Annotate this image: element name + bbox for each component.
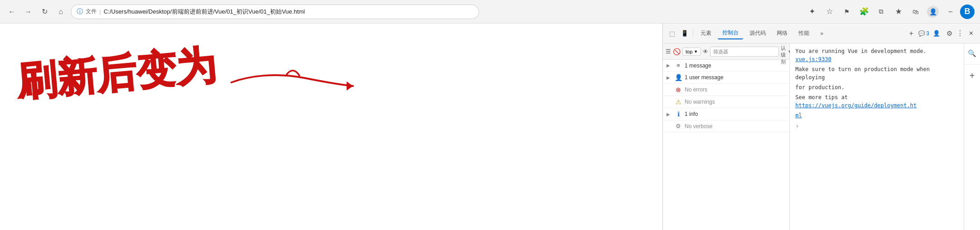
devtools-body: ☰ 🚫 top ▼ 👁 默认级别 ▼ 💬 3 ⚙ [663,43,980,230]
list-item[interactable]: ⚙ No verbose [663,120,789,132]
reload-button[interactable]: ↻ [38,5,51,18]
info-text: 1 info [685,111,698,117]
split-button[interactable]: ⧉ [874,5,888,19]
list-item[interactable]: ⊗ No errors [663,84,789,96]
no-warnings-icon: ⚠ [675,98,682,105]
console-messages-list: ▶ ≡ 1 message ▶ 👤 1 user message ⊗ No er… [663,60,789,230]
no-verbose-text: No verbose [685,123,712,129]
log-expand-arrow[interactable]: › [795,122,958,129]
tab-console[interactable]: 控制台 [718,27,743,39]
tab-sources[interactable]: 源代码 [745,28,770,39]
expand-arrow: ▶ [666,112,672,117]
log-line-5: ml [795,111,958,120]
extensions-button[interactable]: 🧩 [857,5,871,19]
side-divider [964,64,980,65]
devtools-inspect-button[interactable]: ⬚ [666,28,677,39]
console-eye-button[interactable]: 👁 [703,46,708,57]
level-dropdown-arrow: ▼ [694,49,698,54]
log-text-4: See more tips at [795,94,848,101]
log-link-1[interactable]: vue.js:9330 [795,56,831,62]
info-icon: ℹ [675,110,682,118]
no-warnings-text: No warnings [685,99,715,105]
log-text-3: for production. [795,84,844,91]
message-text: 1 user message [685,74,723,81]
devtools-panel: ⬚ 📱 元素 控制台 源代码 网络 性能 » + 💬 3 👤 ⚙ ⋮ ✕ [662,24,980,230]
address-bar[interactable]: ⓘ 文件 | C:/Users/huawei/Desktop/前端前进前前进/V… [71,5,479,19]
list-item[interactable]: ▶ ℹ 1 info [663,108,789,120]
shopping-button[interactable]: 🛍 [908,5,923,19]
browser-chrome: ← → ↻ ⌂ ⓘ 文件 | C:/Users/huawei/Desktop/前… [0,0,980,24]
devtools-user-button[interactable]: 👤 [931,28,942,39]
more-button[interactable]: ··· [943,5,957,19]
browser-star-button[interactable]: ★ [891,5,906,19]
edge-logo: B [960,5,975,19]
devtools-tabs-bar: ⬚ 📱 元素 控制台 源代码 网络 性能 » + 💬 3 👤 ⚙ ⋮ ✕ [663,24,980,43]
tab-network[interactable]: 网络 [772,28,792,39]
verbose-icon: ⚙ [675,123,682,129]
side-search-button[interactable]: 🔍 [966,47,979,60]
devtools-more-icon[interactable]: ⋮ [956,29,964,38]
console-level-dropdown[interactable]: top ▼ [682,48,701,56]
console-left-panel: ☰ 🚫 top ▼ 👁 默认级别 ▼ 💬 3 ⚙ [663,43,790,230]
list-item[interactable]: ▶ 👤 1 user message [663,72,789,84]
main-area: 刷新后变为 ⬚ 📱 元素 控制台 源代码 网络 性能 » [0,24,980,230]
list-item[interactable]: ⚠ No warnings [663,96,789,108]
message-list-icon: ≡ [675,62,682,69]
console-filter-input[interactable] [710,47,779,57]
address-info-icon: ⓘ [77,8,83,16]
handwritten-svg: 刷新后变为 [14,33,358,205]
add-tab-button[interactable]: + [906,28,916,39]
side-add-button[interactable]: + [966,69,979,82]
copilot-button[interactable]: ✦ [805,5,819,19]
list-item[interactable]: ▶ ≡ 1 message [663,60,789,72]
forward-button[interactable]: → [22,5,34,18]
devtools-sep1 [693,29,693,38]
devtools-settings-button[interactable]: ⚙ [944,28,955,39]
devtools-close-button[interactable]: ✕ [965,28,976,39]
svg-text:刷新后变为: 刷新后变为 [14,43,218,105]
browser-toolbar-right: ✦ ☆ ⚑ 🧩 ⧉ ★ 🛍 👤 ··· B [805,5,975,19]
log-line-2: Make sure to turn on production mode whe… [795,65,958,81]
address-sep: 文件 [86,8,97,15]
no-errors-icon: ⊗ [675,86,682,93]
favorites-button[interactable]: ☆ [822,5,837,19]
console-filter-bar: ☰ 🚫 top ▼ 👁 默认级别 ▼ 💬 3 ⚙ [663,43,789,60]
tab-more[interactable]: » [816,29,828,38]
console-clear-button[interactable]: 🚫 [673,46,681,57]
log-link-2[interactable]: https://vuejs.org/guide/deployment.ht [795,102,916,109]
level-label: top [686,49,692,54]
address-pipe: | [99,8,101,15]
log-link-2b[interactable]: ml [795,112,802,119]
devtools-device-button[interactable]: 📱 [679,28,690,39]
log-line-3: for production. [795,83,958,91]
svg-marker-1 [347,81,353,91]
no-errors-text: No errors [685,86,707,93]
expand-arrow: ▶ [666,63,672,68]
address-url: C:/Users/huawei/Desktop/前端前进前前进/Vue/01_初… [103,8,473,16]
profile-button[interactable]: 👤 [926,5,940,19]
console-sidebar-button[interactable]: ☰ [666,46,671,57]
console-output: You are running Vue in development mode.… [790,43,964,230]
tab-performance[interactable]: 性能 [794,28,814,39]
user-message-icon: 👤 [675,74,682,81]
tab-elements[interactable]: 元素 [696,28,716,39]
back-button[interactable]: ← [5,5,18,18]
side-icons-panel: 🔍 + [964,43,980,230]
handwritten-area: 刷新后变为 [14,33,358,205]
collections-button[interactable]: ⚑ [839,5,854,19]
home-button[interactable]: ⌂ [54,5,67,18]
log-line-4: See more tips at https://vuejs.org/guide… [795,93,958,110]
message-text: 1 message [685,62,711,69]
log-text-2: Make sure to turn on production mode whe… [795,66,930,81]
expand-arrow: ▶ [666,75,672,80]
log-line-1: You are running Vue in development mode.… [795,47,958,63]
page-content: 刷新后变为 [0,24,662,230]
log-text-1: You are running Vue in development mode. [795,48,926,54]
message-count-badge: 💬 3 [918,30,929,37]
